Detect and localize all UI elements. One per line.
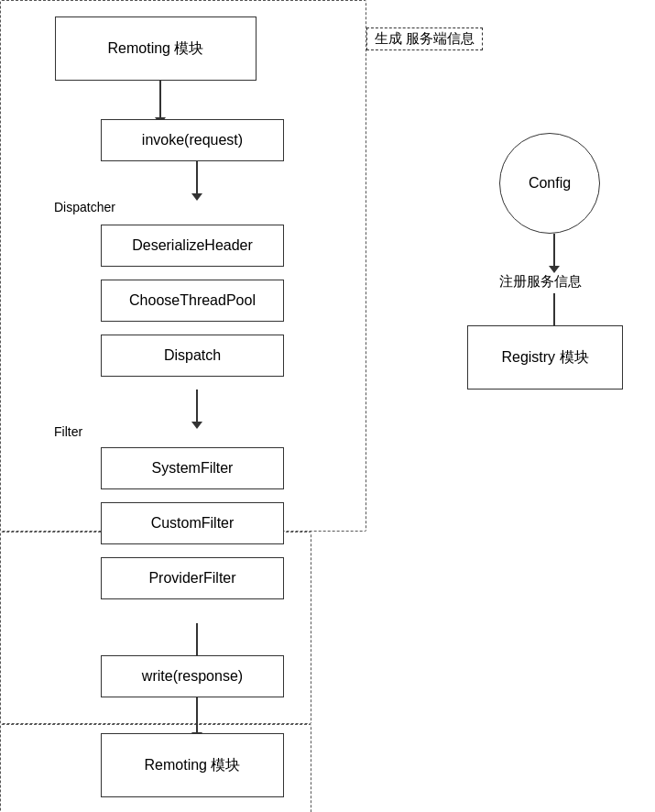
registry-module-box: Registry 模块 xyxy=(467,325,623,390)
invoke-request-label: invoke(request) xyxy=(142,132,243,148)
arrow-dispatcher-to-filter xyxy=(191,390,202,429)
generate-server-info-label: 生成 服务端信息 xyxy=(375,30,475,46)
write-response-box: write(response) xyxy=(101,655,284,697)
system-filter-box: SystemFilter xyxy=(101,447,284,489)
register-service-label: 注册服务信息 xyxy=(499,273,582,291)
deserialize-header-box: DeserializeHeader xyxy=(101,225,284,267)
registry-module-label: Registry 模块 xyxy=(501,348,588,368)
deserialize-header-label: DeserializeHeader xyxy=(132,237,253,254)
arrow-invoke-to-dispatcher xyxy=(191,161,202,201)
provider-filter-label: ProviderFilter xyxy=(148,570,235,587)
remoting-bottom-label: Remoting 模块 xyxy=(145,756,241,775)
invoke-request-box: invoke(request) xyxy=(101,119,284,161)
remoting-top-box: Remoting 模块 xyxy=(55,16,257,81)
remoting-bottom-box: Remoting 模块 xyxy=(101,733,284,797)
arrow-remoting-to-invoke xyxy=(155,81,166,125)
dispatcher-group-label: Dispatcher xyxy=(51,200,118,214)
system-filter-label: SystemFilter xyxy=(152,460,234,477)
config-label: Config xyxy=(529,175,571,192)
generate-server-info-box: 生成 服务端信息 xyxy=(366,27,483,50)
dispatch-label: Dispatch xyxy=(164,347,221,364)
remoting-top-label: Remoting 模块 xyxy=(108,39,204,59)
filter-group-label: Filter xyxy=(51,424,85,439)
arrow-config-to-register xyxy=(549,234,560,273)
config-circle: Config xyxy=(499,133,600,234)
write-response-label: write(response) xyxy=(142,668,243,685)
custom-filter-label: CustomFilter xyxy=(151,515,235,532)
choose-thread-pool-box: ChooseThreadPool xyxy=(101,280,284,322)
diagram-container: Remoting 模块 生成 服务端信息 invoke(request) Con… xyxy=(0,0,655,812)
dispatch-box: Dispatch xyxy=(101,335,284,377)
custom-filter-box: CustomFilter xyxy=(101,502,284,544)
choose-thread-pool-label: ChooseThreadPool xyxy=(129,292,256,309)
provider-filter-box: ProviderFilter xyxy=(101,557,284,599)
